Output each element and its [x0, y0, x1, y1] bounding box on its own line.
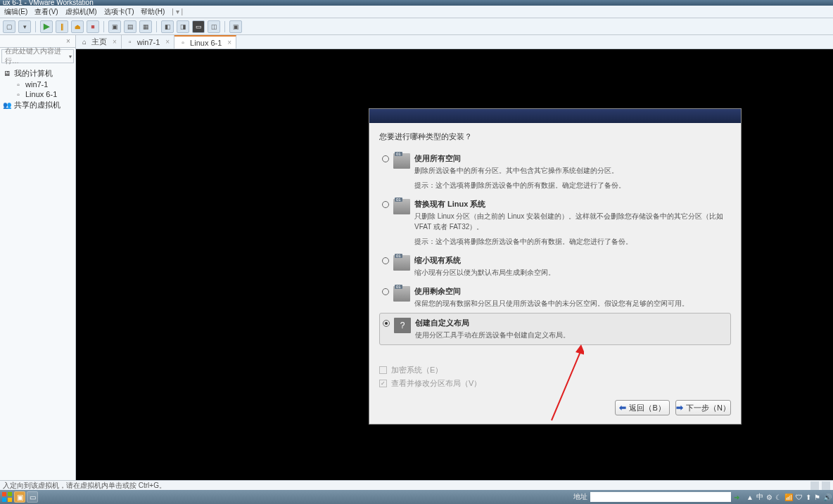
toolbar-btn-b[interactable]: ◨ [177, 20, 189, 33]
option-use-all-space[interactable]: 01 使用所有空间 删除所选设备中的所有分区。其中包含其它操作系统创建的分区。 … [379, 149, 731, 195]
toolbar-dropdown[interactable]: ▾ [18, 20, 31, 33]
menu-vm[interactable]: 虚拟机(M) [65, 7, 97, 17]
custom-icon: ? [394, 318, 411, 333]
window-titlebar: ux 6-1 - VMware Workstation [0, 0, 833, 6]
vm-display[interactable]: ⌂ 主页 × ▫ win7-1 × ▫ Linux 6-1 × 您要进行哪种类型… [76, 35, 833, 480]
radio-icon[interactable] [382, 257, 389, 264]
unity-button[interactable]: ◫ [208, 20, 220, 33]
tree-item-linux[interactable]: ▫ Linux 6-1 [1, 89, 74, 99]
tray-shield-icon[interactable]: 🛡 [796, 493, 803, 501]
checkbox-icon [379, 366, 387, 374]
option-custom-layout[interactable]: ? 创建自定义布局 使用分区工具手动在所选设备中创建自定义布局。 [379, 313, 731, 345]
screenshot-button[interactable]: ▦ [139, 20, 152, 33]
svg-rect-5 [8, 498, 12, 502]
pause-button[interactable]: ‖ [56, 20, 68, 33]
suspend-button[interactable]: ⏏ [71, 20, 84, 33]
snapshot-button[interactable]: ▣ [108, 20, 121, 33]
option-hint: 提示：这个选项将删除您所选设备中的所有数据。确定您进行了备份。 [414, 236, 728, 247]
back-button[interactable]: ⬅ 返回（B） [615, 400, 670, 415]
vm-icon: ▫ [126, 38, 134, 46]
system-tray: ▲ 中 ⚙ ☾ 📶 🛡 ⬆ ⚑ 🔊 [746, 492, 832, 502]
toolbar-btn-c[interactable]: ▣ [229, 20, 242, 33]
vm-icon: ▫ [14, 90, 23, 98]
tree-shared-label: 共享的虚拟机 [14, 100, 61, 110]
tray-network-icon[interactable]: 📶 [784, 493, 793, 501]
tray-icon[interactable]: ⚙ [766, 493, 772, 501]
menu-help[interactable]: 帮助(H) [141, 7, 165, 17]
option-desc: 删除所选设备中的所有分区。其中包含其它操作系统创建的分区。 [414, 165, 728, 176]
taskbar-app-1[interactable]: ▣ [14, 491, 25, 503]
radio-icon[interactable] [383, 320, 390, 327]
tree-item-label: win7-1 [25, 80, 48, 89]
play-button[interactable]: ▶ [40, 20, 53, 33]
option-replace-linux[interactable]: 01 替换现有 Linux 系统 只删除 Linux 分区（由之前的 Linux… [379, 195, 731, 251]
option-free-space[interactable]: 01 使用剩余空间 保留您的现有数据和分区且只使用所选设备中的未分区空闲。假设您… [379, 282, 731, 313]
tree-shared[interactable]: 👥 共享的虚拟机 [1, 99, 74, 111]
start-button[interactable] [1, 491, 13, 503]
search-dropdown-icon[interactable]: ▾ [69, 53, 72, 60]
menu-view[interactable]: 查看(V) [34, 7, 58, 17]
tree-item-win7[interactable]: ▫ win7-1 [1, 79, 74, 89]
tab-home-label: 主页 [91, 37, 107, 47]
menu-file[interactable]: 编辑(E) [4, 7, 27, 17]
radio-icon[interactable] [382, 288, 389, 295]
status-bar: 入定向到该虚拟机，请在虚拟机内单击或按 Ctrl+G。 [0, 480, 833, 490]
tab-close-icon[interactable]: × [165, 38, 170, 46]
option-title: 使用所有空间 [414, 153, 728, 164]
status-hint: 入定向到该虚拟机，请在虚拟机内单击或按 Ctrl+G。 [3, 481, 166, 491]
svg-rect-4 [2, 498, 6, 502]
tree-root[interactable]: 🖥 我的计算机 [1, 67, 74, 79]
tab-close-icon[interactable]: × [113, 38, 117, 46]
snapshot-mgr-button[interactable]: ▤ [124, 20, 136, 33]
sidebar-close-icon[interactable]: × [63, 36, 74, 47]
vm-icon: ▫ [179, 39, 187, 47]
option-shrink[interactable]: 01 缩小现有系统 缩小现有分区以便为默认布局生成剩余空闲。 [379, 251, 731, 282]
status-icon[interactable] [810, 482, 819, 490]
tray-icon[interactable]: ▲ [746, 493, 753, 501]
home-icon: ⌂ [80, 38, 89, 46]
review-label: 查看并修改分区布局（V） [391, 378, 481, 389]
status-icon[interactable] [822, 482, 830, 490]
menu-tabs[interactable]: 选项卡(T) [104, 7, 134, 17]
option-desc: 保留您的现有数据和分区且只使用所选设备中的未分区空闲。假设您有足够的空闲可用。 [414, 298, 728, 309]
tray-volume-icon[interactable]: 🔊 [823, 493, 832, 501]
address-go-icon[interactable]: ➜ [734, 493, 739, 501]
tray-ime-icon[interactable]: 中 [756, 492, 763, 502]
tray-icon[interactable]: ⬆ [806, 493, 811, 501]
installer-header [369, 109, 741, 123]
address-label: 地址 [573, 492, 587, 502]
radio-icon[interactable] [382, 201, 389, 208]
option-desc: 缩小现有分区以便为默认布局生成剩余空闲。 [414, 267, 728, 278]
toolbar: ▢ ▾ ▶ ‖ ⏏ ■ ▣ ▤ ▦ ◧ ◨ ▭ ◫ ▣ [0, 18, 833, 35]
installer-dialog: 您要进行哪种类型的安装？ 01 使用所有空间 删除所选设备中的所有分区。其中包含… [369, 108, 742, 425]
checkbox-icon [379, 380, 387, 387]
review-checkbox-row: 查看并修改分区布局（V） [379, 378, 731, 389]
address-input[interactable] [590, 492, 731, 502]
tree-item-label: Linux 6-1 [25, 90, 57, 98]
arrow-left-icon: ⬅ [619, 403, 626, 413]
tab-linux[interactable]: ▫ Linux 6-1 × [174, 35, 236, 49]
svg-rect-3 [8, 492, 12, 496]
installer-prompt: 您要进行哪种类型的安装？ [379, 131, 731, 142]
disk-icon: 01 [393, 255, 410, 271]
computer-icon: 🖥 [3, 70, 11, 78]
next-button[interactable]: ➡ 下一步（N） [675, 400, 731, 415]
fullscreen-button[interactable]: ▭ [192, 20, 205, 33]
tab-home[interactable]: ⌂ 主页 × [76, 35, 122, 49]
search-input[interactable]: 在此处键入内容进行… ▾ [1, 49, 74, 63]
tab-win7-label: win7-1 [137, 38, 160, 46]
toolbar-btn-a[interactable]: ◧ [161, 20, 174, 33]
radio-icon[interactable] [382, 155, 389, 162]
taskbar-app-2[interactable]: ▭ [27, 491, 38, 503]
tray-icon[interactable]: ☾ [775, 493, 782, 501]
shared-icon: 👥 [3, 101, 11, 110]
tray-flag-icon[interactable]: ⚑ [814, 493, 820, 501]
option-desc: 使用分区工具手动在所选设备中创建自定义布局。 [415, 330, 727, 340]
library-sidebar: × 在此处键入内容进行… ▾ 🖥 我的计算机 ▫ win7-1 ▫ Linux … [0, 35, 76, 480]
toolbar-btn-1[interactable]: ▢ [3, 20, 15, 33]
tab-win7[interactable]: ▫ win7-1 × [122, 35, 174, 49]
stop-button[interactable]: ■ [87, 20, 99, 33]
tab-close-icon[interactable]: × [227, 39, 231, 46]
arrow-right-icon: ➡ [676, 403, 683, 413]
menubar: 编辑(E) 查看(V) 虚拟机(M) 选项卡(T) 帮助(H) | ▾ | [0, 6, 833, 18]
